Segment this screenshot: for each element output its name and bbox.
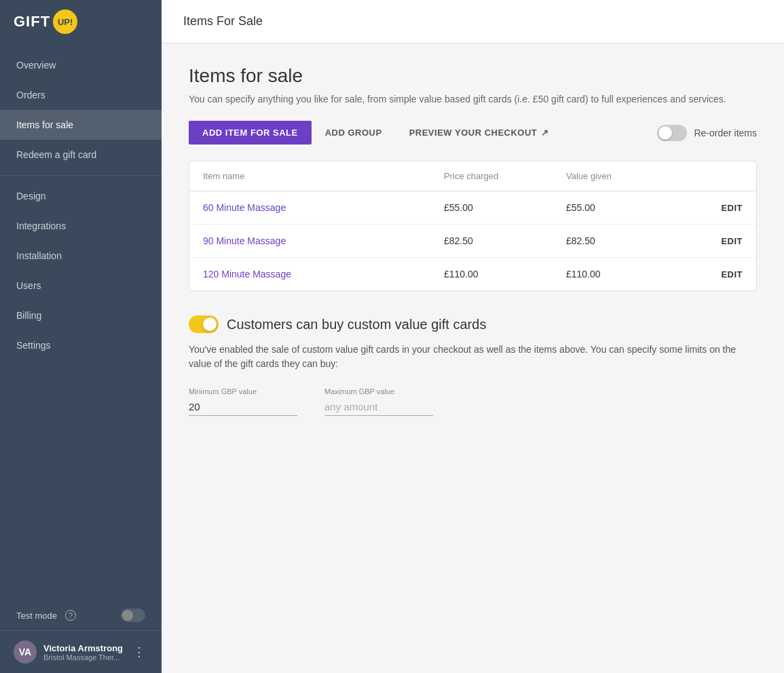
sidebar-divider — [0, 175, 162, 176]
custom-value-desc: You've enabled the sale of custom value … — [189, 343, 757, 371]
min-value-label: Minimum GBP value — [189, 387, 297, 396]
page-heading: Items for sale — [189, 65, 757, 87]
item-value-0: £55.00 — [566, 202, 688, 213]
header-actions — [688, 171, 743, 181]
sidebar-label-orders: Orders — [16, 90, 45, 100]
user-sub: Bristol Massage Ther... — [43, 653, 123, 661]
edit-button-1[interactable]: EDIT — [688, 236, 743, 246]
sidebar-label-settings: Settings — [16, 340, 51, 351]
preview-checkout-button[interactable]: PREVIEW YOUR CHECKOUT ↗ — [396, 121, 563, 145]
user-details: Victoria Armstrong Bristol Massage Ther.… — [43, 643, 123, 661]
sidebar-label-users: Users — [16, 280, 41, 291]
top-bar: Items For Sale — [162, 0, 784, 43]
sidebar-item-overview[interactable]: Overview — [0, 50, 162, 80]
item-name-2[interactable]: 120 Minute Massage — [203, 269, 444, 280]
reorder-toggle[interactable] — [657, 125, 687, 141]
item-price-1: £82.50 — [444, 235, 566, 246]
custom-value-toggle[interactable] — [189, 315, 219, 333]
min-value-input[interactable] — [189, 398, 297, 416]
add-item-button[interactable]: ADD ITEM FOR SALE — [189, 121, 312, 145]
edit-button-0[interactable]: EDIT — [688, 203, 743, 213]
reorder-label: Re-order items — [694, 128, 757, 138]
max-value-group: Maximum GBP value — [324, 387, 433, 416]
sidebar-item-users[interactable]: Users — [0, 271, 162, 301]
items-table: Item name Price charged Value given 60 M… — [189, 161, 757, 291]
user-name: Victoria Armstrong — [43, 643, 123, 653]
item-price-2: £110.00 — [444, 269, 566, 280]
external-link-icon: ↗ — [541, 128, 549, 138]
top-bar-title: Items For Sale — [183, 14, 263, 28]
custom-value-section: Customers can buy custom value gift card… — [189, 315, 757, 416]
sidebar-item-items-for-sale[interactable]: Items for sale — [0, 110, 162, 140]
table-row: 120 Minute Massage £110.00 £110.00 EDIT — [189, 258, 756, 290]
max-value-label: Maximum GBP value — [324, 387, 433, 396]
sidebar-item-installation[interactable]: Installation — [0, 241, 162, 271]
item-name-0[interactable]: 60 Minute Massage — [203, 202, 444, 213]
sidebar-label-redeem: Redeem a gift card — [16, 149, 96, 160]
reorder-section: Re-order items — [657, 125, 757, 141]
max-value-input[interactable] — [324, 398, 433, 416]
add-group-button[interactable]: ADD GROUP — [312, 121, 396, 145]
table-row: 90 Minute Massage £82.50 £82.50 EDIT — [189, 225, 756, 258]
preview-label: PREVIEW YOUR CHECKOUT — [409, 128, 538, 138]
action-bar: ADD ITEM FOR SALE ADD GROUP PREVIEW YOUR… — [189, 121, 757, 145]
logo: GIFT UP! — [0, 0, 162, 43]
user-menu-button[interactable]: ⋮ — [130, 642, 148, 662]
page-subtitle: You can specify anything you like for sa… — [189, 94, 757, 104]
header-price: Price charged — [444, 171, 566, 181]
custom-value-title: Customers can buy custom value gift card… — [227, 317, 486, 332]
sidebar-label-installation: Installation — [16, 250, 62, 261]
sidebar-label-integrations: Integrations — [16, 220, 66, 231]
sidebar-nav: Overview Orders Items for sale Redeem a … — [0, 43, 162, 600]
sidebar-label-overview: Overview — [16, 60, 56, 71]
table-row: 60 Minute Massage £55.00 £55.00 EDIT — [189, 191, 756, 225]
item-value-1: £82.50 — [566, 235, 688, 246]
sidebar-item-orders[interactable]: Orders — [0, 80, 162, 110]
sidebar-label-billing: Billing — [16, 310, 41, 321]
edit-button-2[interactable]: EDIT — [688, 269, 743, 280]
user-section: VA Victoria Armstrong Bristol Massage Th… — [0, 630, 162, 673]
item-price-0: £55.00 — [444, 202, 566, 213]
avatar: VA — [14, 640, 37, 664]
test-mode-label: Test mode — [16, 611, 57, 621]
custom-value-header: Customers can buy custom value gift card… — [189, 315, 757, 333]
item-name-1[interactable]: 90 Minute Massage — [203, 235, 444, 246]
min-value-group: Minimum GBP value — [189, 387, 297, 416]
sidebar-label-items-for-sale: Items for sale — [16, 119, 73, 130]
user-info: VA Victoria Armstrong Bristol Massage Th… — [14, 640, 123, 664]
main-content: Items For Sale Items for sale You can sp… — [162, 0, 784, 673]
test-mode-row: Test mode ? — [0, 600, 162, 630]
header-item-name: Item name — [203, 171, 444, 181]
sidebar-item-billing[interactable]: Billing — [0, 301, 162, 330]
sidebar-label-design: Design — [16, 191, 46, 201]
sidebar-item-redeem[interactable]: Redeem a gift card — [0, 140, 162, 170]
header-value: Value given — [566, 171, 688, 181]
test-mode-toggle[interactable] — [121, 609, 145, 622]
sidebar-item-integrations[interactable]: Integrations — [0, 211, 162, 241]
item-value-2: £110.00 — [566, 269, 688, 280]
sidebar-item-design[interactable]: Design — [0, 181, 162, 211]
table-header: Item name Price charged Value given — [189, 161, 756, 191]
help-icon[interactable]: ? — [65, 610, 76, 621]
gbp-fields: Minimum GBP value Maximum GBP value — [189, 387, 757, 416]
sidebar-item-settings[interactable]: Settings — [0, 330, 162, 360]
content-area: Items for sale You can specify anything … — [162, 43, 784, 673]
sidebar: GIFT UP! Overview Orders Items for sale … — [0, 0, 162, 673]
